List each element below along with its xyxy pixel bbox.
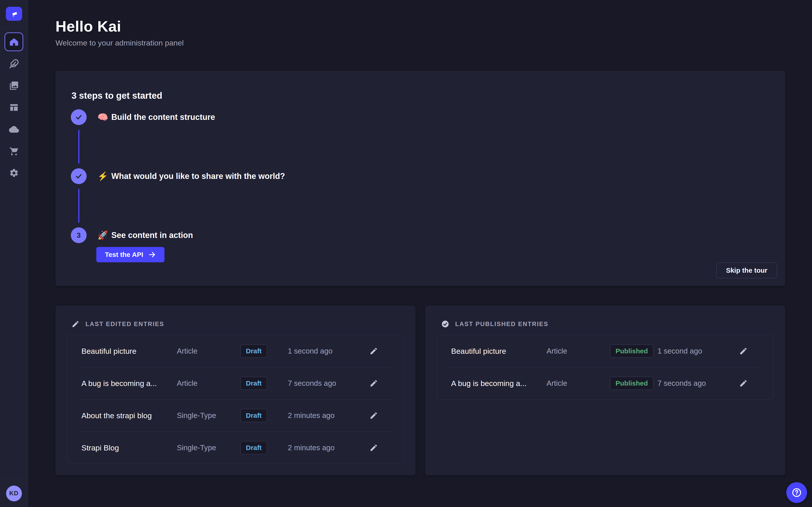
cart-icon <box>9 146 19 156</box>
pencil-icon <box>369 443 378 452</box>
step-connector <box>78 130 80 164</box>
status-badge: Draft <box>241 344 267 357</box>
pencil-icon <box>739 379 748 388</box>
table-row[interactable]: A bug is becoming a... Article Draft 7 s… <box>67 367 404 399</box>
edit-entry-button[interactable] <box>369 378 379 388</box>
last-published-table: Beautiful picture Article Published 1 se… <box>437 335 773 399</box>
entry-panels: LAST EDITED ENTRIES Beautiful picture Ar… <box>55 305 785 475</box>
entry-time: 7 seconds ago <box>288 379 364 388</box>
sidebar-item-content-manager[interactable] <box>4 54 23 73</box>
status-badge: Draft <box>241 441 267 454</box>
skip-tour-button[interactable]: Skip the tour <box>716 263 777 278</box>
entry-title: About the strapi blog <box>82 411 177 420</box>
last-edited-table: Beautiful picture Article Draft 1 second… <box>67 335 404 464</box>
logo-box <box>0 0 28 28</box>
sidebar-item-marketplace[interactable] <box>4 142 23 160</box>
help-button[interactable] <box>786 482 807 503</box>
step-2-label: ⚡ What would you like to share with the … <box>97 168 285 184</box>
check-circle-icon <box>441 320 449 328</box>
entry-title: A bug is becoming a... <box>82 379 177 388</box>
onboarding-card: 3 steps to get started 🧠 Build the conte… <box>55 71 785 286</box>
edit-entry-button[interactable] <box>739 346 748 356</box>
entry-type: Article <box>177 347 241 355</box>
entry-time: 1 second ago <box>658 347 734 355</box>
page-header: Hello Kai Welcome to your administration… <box>28 0 812 47</box>
sidebar-item-home[interactable] <box>4 33 23 51</box>
last-published-panel: LAST PUBLISHED ENTRIES Beautiful picture… <box>425 305 785 475</box>
home-icon <box>9 37 19 47</box>
entry-time: 2 minutes ago <box>288 411 364 420</box>
step-3-number: 3 <box>71 227 87 243</box>
user-box: KD <box>0 480 28 507</box>
test-api-button[interactable]: Test the API <box>96 247 164 262</box>
sidebar-item-media-library[interactable] <box>4 76 23 95</box>
entry-time: 2 minutes ago <box>288 443 364 452</box>
table-row[interactable]: About the strapi blog Single-Type Draft … <box>67 399 404 432</box>
gear-icon <box>9 168 19 178</box>
page-title: Hello Kai <box>55 17 785 35</box>
entry-time: 7 seconds ago <box>658 379 734 388</box>
last-edited-header: LAST EDITED ENTRIES <box>55 305 415 328</box>
edit-entry-button[interactable] <box>369 443 379 453</box>
step-3-text: See content in action <box>111 230 193 240</box>
pencil-icon <box>369 411 378 420</box>
page-subtitle: Welcome to your administration panel <box>55 39 785 47</box>
sidebar-item-deploy[interactable] <box>4 120 23 138</box>
strapi-logo-icon[interactable] <box>6 7 22 21</box>
pencil-icon <box>739 347 748 355</box>
entry-type: Article <box>547 347 610 355</box>
entry-title: Strapi Blog <box>82 443 177 452</box>
step-2-check-icon <box>71 168 87 184</box>
status-badge: Published <box>610 377 653 390</box>
edit-entry-button[interactable] <box>369 410 379 420</box>
feather-icon <box>9 59 19 69</box>
entry-title: Beautiful picture <box>451 347 547 355</box>
step-connector <box>78 189 80 223</box>
table-row[interactable]: Beautiful picture Article Draft 1 second… <box>67 335 404 367</box>
entry-type: Single-Type <box>177 411 241 420</box>
sidebar-item-content-type-builder[interactable] <box>4 98 23 117</box>
status-badge: Draft <box>241 409 267 422</box>
last-edited-panel: LAST EDITED ENTRIES Beautiful picture Ar… <box>55 305 415 475</box>
last-published-title: LAST PUBLISHED ENTRIES <box>455 321 549 328</box>
sidebar-nav <box>4 28 23 182</box>
main-content: Hello Kai Welcome to your administration… <box>28 0 812 507</box>
step-1-check-icon <box>71 109 87 125</box>
lightning-emoji-icon: ⚡ <box>97 171 108 181</box>
status-badge: Published <box>610 344 653 357</box>
avatar[interactable]: KD <box>6 486 22 501</box>
table-row[interactable]: A bug is becoming a... Article Published… <box>437 367 773 399</box>
onboarding-title: 3 steps to get started <box>71 91 162 101</box>
sidebar: KD <box>0 0 28 507</box>
entry-time: 1 second ago <box>288 347 364 355</box>
entry-title: A bug is becoming a... <box>451 379 547 388</box>
table-row[interactable]: Beautiful picture Article Published 1 se… <box>437 335 773 367</box>
sidebar-item-settings[interactable] <box>4 164 23 182</box>
entry-type: Single-Type <box>177 443 241 452</box>
step-3-label: 🚀 See content in action <box>97 227 193 243</box>
rocket-emoji-icon: 🚀 <box>97 230 108 240</box>
arrow-right-icon <box>148 251 156 259</box>
edit-entry-button[interactable] <box>739 378 748 388</box>
entry-type: Article <box>547 379 610 388</box>
step-1-label: 🧠 Build the content structure <box>97 109 215 125</box>
cloud-icon <box>9 124 19 134</box>
pencil-icon <box>71 320 80 328</box>
strapi-logo-glyph <box>9 9 18 18</box>
pencil-icon <box>369 347 378 355</box>
images-icon <box>9 81 19 91</box>
layout-icon <box>9 103 19 112</box>
question-circle-icon <box>792 488 802 498</box>
brain-emoji-icon: 🧠 <box>97 112 108 122</box>
step-2-text: What would you like to share with the wo… <box>111 171 285 181</box>
last-edited-title: LAST EDITED ENTRIES <box>86 321 164 328</box>
status-badge: Draft <box>241 377 267 390</box>
pencil-icon <box>369 379 378 388</box>
test-api-label: Test the API <box>105 251 143 259</box>
table-row[interactable]: Strapi Blog Single-Type Draft 2 minutes … <box>67 432 404 464</box>
entry-title: Beautiful picture <box>82 347 177 355</box>
last-published-header: LAST PUBLISHED ENTRIES <box>425 305 785 328</box>
edit-entry-button[interactable] <box>369 346 379 356</box>
step-1-text: Build the content structure <box>111 112 215 122</box>
entry-type: Article <box>177 379 241 388</box>
